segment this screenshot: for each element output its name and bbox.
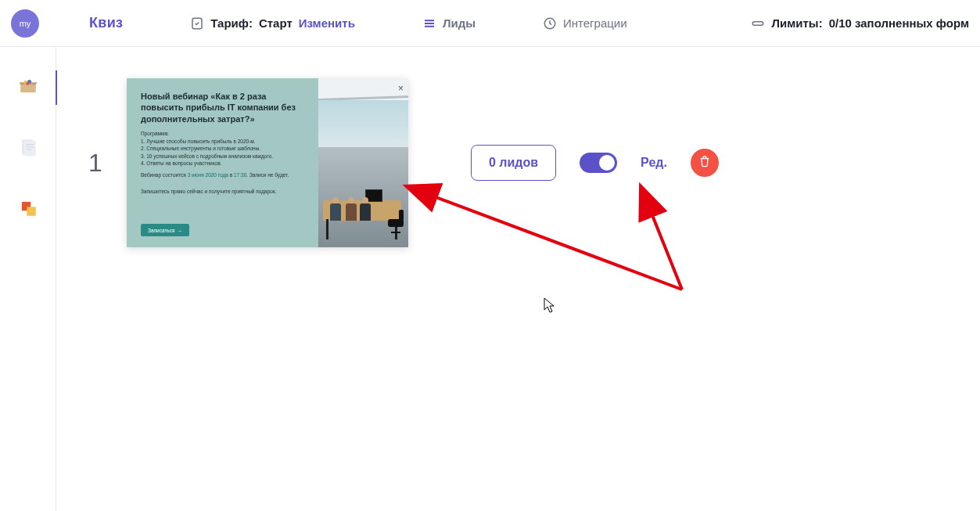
card-schedule-time: 17:30	[234, 172, 246, 178]
card-cta-label: Записаться	[148, 228, 175, 233]
menu-icon	[422, 16, 436, 31]
integrations-label: Интеграции	[563, 16, 627, 30]
main-area: 1 Новый вебинар «Как в 2 раза повысить п…	[56, 47, 980, 511]
edit-link[interactable]: Ред.	[641, 156, 667, 170]
card-schedule-suffix: . Записи не будет.	[246, 172, 289, 178]
arrow-right-icon: →	[178, 228, 183, 233]
card-program-label: Программа:	[141, 131, 304, 136]
sidebar-item-templates[interactable]	[0, 131, 56, 166]
cursor-icon	[544, 297, 555, 313]
sidebar-item-quizzes[interactable]	[0, 70, 56, 105]
tariff-value: Старт	[259, 16, 293, 30]
svg-rect-2	[753, 21, 764, 25]
limits-block: Лимиты: 0/10 заполненных форм	[751, 16, 969, 31]
sidebar	[0, 47, 56, 511]
box-icon	[18, 76, 38, 99]
top-header: my Квиз Тариф: Старт Изменить Лиды Интег…	[0, 0, 980, 47]
apps-icon	[18, 198, 38, 221]
card-content: Новый вебинар «Как в 2 раза повысить при…	[127, 78, 318, 247]
card-program-item: 2. Специальные инструменты и готовые шаб…	[141, 145, 304, 152]
limits-value: 0/10 заполненных форм	[829, 16, 969, 30]
tariff-change-link[interactable]: Изменить	[299, 16, 355, 30]
document-icon	[18, 137, 38, 160]
tariff-icon	[190, 16, 204, 31]
leads-nav-label: Лиды	[443, 16, 476, 30]
sidebar-item-apps[interactable]	[0, 193, 56, 227]
row-number: 1	[88, 149, 103, 178]
toggle-knob	[599, 155, 615, 171]
card-cta-button[interactable]: Записаться →	[141, 224, 189, 236]
card-schedule-mid: в	[228, 172, 234, 178]
avatar[interactable]: my	[11, 9, 39, 38]
card-schedule-prefix: Вебинар состоится	[141, 172, 188, 178]
card-schedule: Вебинар состоится 3 июня 2020 года в 17:…	[141, 172, 304, 178]
card-title: Новый вебинар «Как в 2 раза повысить при…	[141, 91, 304, 124]
leads-count-button[interactable]: 0 лидов	[471, 145, 556, 181]
brand-title[interactable]: Квиз	[89, 15, 123, 31]
quiz-row: 1 Новый вебинар «Как в 2 раза повысить п…	[88, 78, 949, 247]
card-note: Запишитесь прямо сейчас и получите прият…	[141, 189, 304, 194]
leads-nav[interactable]: Лиды	[422, 16, 476, 31]
leads-count-label: 0 лидов	[489, 156, 538, 170]
card-program-item: 3. 10 успешных кейсов с подробным анализ…	[141, 153, 304, 160]
card-program-list: 1. Лучшие способы повысить прибыль в 202…	[141, 138, 304, 167]
quiz-preview-card[interactable]: Новый вебинар «Как в 2 раза повысить при…	[127, 78, 408, 247]
close-icon[interactable]: ×	[398, 83, 404, 94]
card-schedule-date: 3 июня 2020 года	[188, 172, 228, 178]
integrations-nav[interactable]: Интеграции	[543, 16, 627, 31]
limits-label: Лимиты:	[771, 16, 822, 30]
limits-icon	[751, 16, 765, 31]
trash-icon	[698, 155, 711, 171]
tariff-label: Тариф:	[210, 16, 253, 30]
card-program-item: 1. Лучшие способы повысить прибыль в 202…	[141, 138, 304, 145]
delete-button[interactable]	[691, 149, 719, 177]
tariff-block: Тариф: Старт Изменить	[190, 16, 355, 31]
svg-rect-9	[27, 207, 35, 215]
edit-link-label: Ред.	[641, 156, 667, 169]
active-toggle[interactable]	[580, 153, 617, 173]
integrations-icon	[543, 16, 557, 31]
avatar-text: my	[20, 19, 31, 28]
svg-rect-7	[24, 141, 36, 157]
card-image: ×	[318, 78, 408, 247]
svg-point-5	[26, 82, 29, 85]
card-program-item: 4. Ответы на вопросы участников.	[141, 160, 304, 167]
